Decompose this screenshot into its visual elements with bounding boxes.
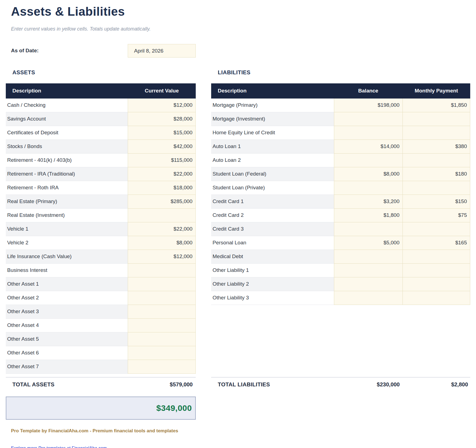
liability-description: Personal Loan: [211, 236, 334, 250]
liability-description: Student Loan (Private): [211, 181, 334, 195]
asset-value-cell[interactable]: [128, 305, 196, 319]
page-title: Assets & Liabilities: [11, 4, 470, 19]
asset-value-cell[interactable]: $12,000: [128, 99, 196, 112]
asset-row: Real Estate (Primary)$285,000: [6, 195, 196, 209]
asset-value-cell[interactable]: $12,000: [128, 250, 196, 264]
asset-row: Real Estate (Investment): [6, 209, 196, 222]
liability-balance-cell[interactable]: [334, 112, 402, 126]
asset-description: Business Interest: [6, 264, 128, 277]
liabilities-header-monthly-payment: Monthly Payment: [402, 88, 470, 94]
asset-description: Vehicle 2: [6, 236, 128, 250]
liability-row: Auto Loan 2: [211, 154, 470, 167]
asset-value-cell[interactable]: [128, 332, 196, 346]
totals-row: TOTAL ASSETS $579,000 TOTAL LIABILITIES …: [6, 377, 470, 388]
liability-payment-cell[interactable]: $165: [402, 236, 470, 250]
liability-balance-cell[interactable]: [334, 222, 402, 236]
total-liabilities-label: TOTAL LIABILITIES: [211, 381, 334, 388]
liability-row: Other Liability 2: [211, 277, 470, 291]
liability-payment-cell[interactable]: [402, 154, 470, 167]
asset-value-cell[interactable]: [128, 209, 196, 222]
liabilities-header-description: Description: [211, 88, 334, 94]
asset-row: Retirement - Roth IRA$18,000: [6, 181, 196, 195]
liability-balance-cell[interactable]: [334, 277, 402, 291]
assets-table-header: Description Current Value: [6, 83, 196, 99]
liability-payment-cell[interactable]: $150: [402, 195, 470, 209]
liabilities-section-title: LIABILITIES: [211, 69, 470, 76]
as-of-date-row: As of Date: April 8, 2026: [6, 44, 470, 58]
asset-row: Other Asset 3: [6, 305, 196, 319]
liability-row: Home Equity Line of Credit: [211, 126, 470, 140]
asset-description: Real Estate (Primary): [6, 195, 128, 209]
liability-payment-cell[interactable]: [402, 291, 470, 305]
liability-balance-cell[interactable]: [334, 291, 402, 305]
page: Assets & Liabilities Enter current value…: [0, 0, 476, 448]
liability-payment-cell[interactable]: [402, 181, 470, 195]
footer-explore-link[interactable]: Explore more Pro templates at FinancialA…: [11, 446, 107, 448]
total-assets-row: TOTAL ASSETS $579,000: [6, 377, 196, 388]
asset-value-cell[interactable]: [128, 291, 196, 305]
liability-balance-cell[interactable]: [334, 181, 402, 195]
asset-value-cell[interactable]: $22,000: [128, 222, 196, 236]
asset-value-cell[interactable]: $8,000: [128, 236, 196, 250]
liability-payment-cell[interactable]: [402, 112, 470, 126]
liability-payment-cell[interactable]: $380: [402, 140, 470, 154]
asset-value-cell[interactable]: $285,000: [128, 195, 196, 209]
liability-payment-cell[interactable]: [402, 250, 470, 264]
liability-payment-cell[interactable]: [402, 264, 470, 277]
as-of-date-input[interactable]: April 8, 2026: [128, 44, 196, 58]
liability-balance-cell[interactable]: $5,000: [334, 236, 402, 250]
asset-value-cell[interactable]: $115,000: [128, 154, 196, 167]
liability-row: Medical Debt: [211, 250, 470, 264]
liability-description: Credit Card 3: [211, 222, 334, 236]
asset-row: Retirement - 401(k) / 403(b)$115,000: [6, 154, 196, 167]
liability-balance-cell[interactable]: [334, 154, 402, 167]
liability-payment-cell[interactable]: [402, 277, 470, 291]
total-liabilities-row: TOTAL LIABILITIES $230,000 $2,800: [211, 377, 470, 388]
liability-balance-cell[interactable]: [334, 250, 402, 264]
liability-description: Mortgage (Investment): [211, 112, 334, 126]
asset-value-cell[interactable]: $42,000: [128, 140, 196, 154]
liabilities-header-balance: Balance: [334, 88, 402, 94]
asset-row: Other Asset 7: [6, 360, 196, 374]
asset-value-cell[interactable]: [128, 264, 196, 277]
liability-payment-cell[interactable]: $180: [402, 167, 470, 181]
asset-value-cell[interactable]: [128, 360, 196, 374]
liability-balance-cell[interactable]: $8,000: [334, 167, 402, 181]
liability-row: Other Liability 3: [211, 291, 470, 305]
asset-value-cell[interactable]: $18,000: [128, 181, 196, 195]
liability-balance-cell[interactable]: [334, 126, 402, 140]
asset-description: Vehicle 1: [6, 222, 128, 236]
asset-description: Retirement - Roth IRA: [6, 181, 128, 195]
assets-header-current-value: Current Value: [128, 88, 196, 94]
liability-payment-cell[interactable]: $1,850: [402, 99, 470, 112]
asset-value-cell[interactable]: [128, 277, 196, 291]
total-liabilities-balance: $230,000: [334, 381, 402, 388]
asset-value-cell[interactable]: [128, 346, 196, 360]
liability-description: Home Equity Line of Credit: [211, 126, 334, 140]
asset-value-cell[interactable]: $28,000: [128, 112, 196, 126]
asset-row: Other Asset 1: [6, 277, 196, 291]
liability-payment-cell[interactable]: [402, 126, 470, 140]
asset-value-cell[interactable]: [128, 319, 196, 332]
liability-description: Other Liability 2: [211, 277, 334, 291]
asset-description: Stocks / Bonds: [6, 140, 128, 154]
liability-payment-cell[interactable]: [402, 222, 470, 236]
liability-payment-cell[interactable]: $75: [402, 209, 470, 222]
liability-row: Credit Card 3: [211, 222, 470, 236]
liability-description: Other Liability 3: [211, 291, 334, 305]
liability-balance-cell[interactable]: [334, 264, 402, 277]
asset-description: Other Asset 7: [6, 360, 128, 374]
liability-balance-cell[interactable]: $3,200: [334, 195, 402, 209]
asset-description: Other Asset 3: [6, 305, 128, 319]
assets-header-description: Description: [6, 88, 128, 94]
asset-row: Cash / Checking$12,000: [6, 99, 196, 112]
liability-balance-cell[interactable]: $1,800: [334, 209, 402, 222]
liability-balance-cell[interactable]: $198,000: [334, 99, 402, 112]
footer-branding: Pro Template by FinancialAha.com - Premi…: [11, 428, 470, 434]
liability-balance-cell[interactable]: $14,000: [334, 140, 402, 154]
asset-value-cell[interactable]: $22,000: [128, 167, 196, 181]
asset-description: Savings Account: [6, 112, 128, 126]
asset-row: Stocks / Bonds$42,000: [6, 140, 196, 154]
asset-value-cell[interactable]: $15,000: [128, 126, 196, 140]
asset-row: Other Asset 2: [6, 291, 196, 305]
